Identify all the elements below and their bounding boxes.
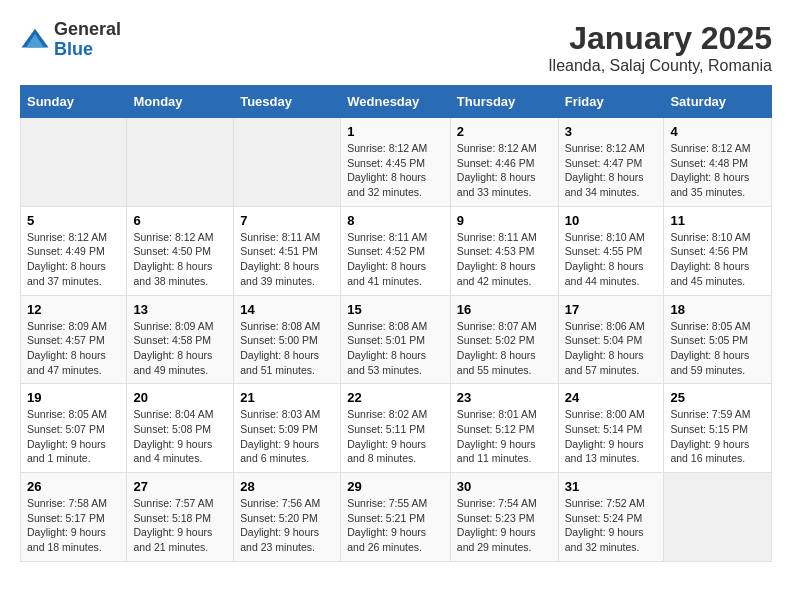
day-number: 30 bbox=[457, 479, 552, 494]
calendar-cell: 28Sunrise: 7:56 AM Sunset: 5:20 PM Dayli… bbox=[234, 473, 341, 562]
day-info: Sunrise: 8:07 AM Sunset: 5:02 PM Dayligh… bbox=[457, 319, 552, 378]
day-info: Sunrise: 8:09 AM Sunset: 4:58 PM Dayligh… bbox=[133, 319, 227, 378]
day-info: Sunrise: 8:02 AM Sunset: 5:11 PM Dayligh… bbox=[347, 407, 444, 466]
day-info: Sunrise: 7:57 AM Sunset: 5:18 PM Dayligh… bbox=[133, 496, 227, 555]
day-info: Sunrise: 8:05 AM Sunset: 5:07 PM Dayligh… bbox=[27, 407, 120, 466]
day-number: 7 bbox=[240, 213, 334, 228]
day-number: 26 bbox=[27, 479, 120, 494]
weekday-header-friday: Friday bbox=[558, 86, 664, 118]
day-number: 2 bbox=[457, 124, 552, 139]
weekday-header-monday: Monday bbox=[127, 86, 234, 118]
day-info: Sunrise: 8:04 AM Sunset: 5:08 PM Dayligh… bbox=[133, 407, 227, 466]
day-info: Sunrise: 8:10 AM Sunset: 4:56 PM Dayligh… bbox=[670, 230, 765, 289]
day-number: 4 bbox=[670, 124, 765, 139]
day-info: Sunrise: 8:06 AM Sunset: 5:04 PM Dayligh… bbox=[565, 319, 658, 378]
logo-icon bbox=[20, 25, 50, 55]
day-number: 28 bbox=[240, 479, 334, 494]
day-number: 21 bbox=[240, 390, 334, 405]
calendar-cell: 5Sunrise: 8:12 AM Sunset: 4:49 PM Daylig… bbox=[21, 206, 127, 295]
day-info: Sunrise: 8:08 AM Sunset: 5:00 PM Dayligh… bbox=[240, 319, 334, 378]
calendar-cell: 6Sunrise: 8:12 AM Sunset: 4:50 PM Daylig… bbox=[127, 206, 234, 295]
day-number: 5 bbox=[27, 213, 120, 228]
calendar-cell: 11Sunrise: 8:10 AM Sunset: 4:56 PM Dayli… bbox=[664, 206, 772, 295]
calendar-cell: 16Sunrise: 8:07 AM Sunset: 5:02 PM Dayli… bbox=[450, 295, 558, 384]
calendar-cell: 31Sunrise: 7:52 AM Sunset: 5:24 PM Dayli… bbox=[558, 473, 664, 562]
day-number: 17 bbox=[565, 302, 658, 317]
weekday-header-sunday: Sunday bbox=[21, 86, 127, 118]
day-number: 20 bbox=[133, 390, 227, 405]
day-info: Sunrise: 8:03 AM Sunset: 5:09 PM Dayligh… bbox=[240, 407, 334, 466]
day-info: Sunrise: 7:59 AM Sunset: 5:15 PM Dayligh… bbox=[670, 407, 765, 466]
calendar-cell: 7Sunrise: 8:11 AM Sunset: 4:51 PM Daylig… bbox=[234, 206, 341, 295]
day-info: Sunrise: 7:54 AM Sunset: 5:23 PM Dayligh… bbox=[457, 496, 552, 555]
weekday-header-saturday: Saturday bbox=[664, 86, 772, 118]
day-info: Sunrise: 7:52 AM Sunset: 5:24 PM Dayligh… bbox=[565, 496, 658, 555]
day-number: 27 bbox=[133, 479, 227, 494]
logo: General Blue bbox=[20, 20, 121, 60]
calendar-cell bbox=[127, 118, 234, 207]
day-info: Sunrise: 8:12 AM Sunset: 4:50 PM Dayligh… bbox=[133, 230, 227, 289]
calendar-cell: 19Sunrise: 8:05 AM Sunset: 5:07 PM Dayli… bbox=[21, 384, 127, 473]
day-info: Sunrise: 8:11 AM Sunset: 4:52 PM Dayligh… bbox=[347, 230, 444, 289]
day-info: Sunrise: 8:11 AM Sunset: 4:51 PM Dayligh… bbox=[240, 230, 334, 289]
logo-general-text: General bbox=[54, 20, 121, 40]
day-info: Sunrise: 8:10 AM Sunset: 4:55 PM Dayligh… bbox=[565, 230, 658, 289]
calendar-cell: 18Sunrise: 8:05 AM Sunset: 5:05 PM Dayli… bbox=[664, 295, 772, 384]
day-number: 23 bbox=[457, 390, 552, 405]
week-row-1: 1Sunrise: 8:12 AM Sunset: 4:45 PM Daylig… bbox=[21, 118, 772, 207]
day-number: 3 bbox=[565, 124, 658, 139]
week-row-4: 19Sunrise: 8:05 AM Sunset: 5:07 PM Dayli… bbox=[21, 384, 772, 473]
day-info: Sunrise: 8:12 AM Sunset: 4:48 PM Dayligh… bbox=[670, 141, 765, 200]
page-title: January 2025 bbox=[548, 20, 772, 57]
day-number: 25 bbox=[670, 390, 765, 405]
calendar-cell: 15Sunrise: 8:08 AM Sunset: 5:01 PM Dayli… bbox=[341, 295, 451, 384]
day-info: Sunrise: 8:08 AM Sunset: 5:01 PM Dayligh… bbox=[347, 319, 444, 378]
calendar-cell: 13Sunrise: 8:09 AM Sunset: 4:58 PM Dayli… bbox=[127, 295, 234, 384]
weekday-header-thursday: Thursday bbox=[450, 86, 558, 118]
logo-blue-text: Blue bbox=[54, 40, 121, 60]
calendar-cell: 30Sunrise: 7:54 AM Sunset: 5:23 PM Dayli… bbox=[450, 473, 558, 562]
day-info: Sunrise: 8:05 AM Sunset: 5:05 PM Dayligh… bbox=[670, 319, 765, 378]
calendar-cell: 2Sunrise: 8:12 AM Sunset: 4:46 PM Daylig… bbox=[450, 118, 558, 207]
day-number: 16 bbox=[457, 302, 552, 317]
weekday-header-tuesday: Tuesday bbox=[234, 86, 341, 118]
day-info: Sunrise: 8:12 AM Sunset: 4:45 PM Dayligh… bbox=[347, 141, 444, 200]
day-info: Sunrise: 7:56 AM Sunset: 5:20 PM Dayligh… bbox=[240, 496, 334, 555]
day-number: 14 bbox=[240, 302, 334, 317]
calendar-cell bbox=[664, 473, 772, 562]
calendar-cell: 22Sunrise: 8:02 AM Sunset: 5:11 PM Dayli… bbox=[341, 384, 451, 473]
day-number: 24 bbox=[565, 390, 658, 405]
day-number: 10 bbox=[565, 213, 658, 228]
calendar-cell: 4Sunrise: 8:12 AM Sunset: 4:48 PM Daylig… bbox=[664, 118, 772, 207]
day-number: 9 bbox=[457, 213, 552, 228]
calendar-cell: 1Sunrise: 8:12 AM Sunset: 4:45 PM Daylig… bbox=[341, 118, 451, 207]
week-row-3: 12Sunrise: 8:09 AM Sunset: 4:57 PM Dayli… bbox=[21, 295, 772, 384]
calendar-cell bbox=[21, 118, 127, 207]
day-number: 1 bbox=[347, 124, 444, 139]
day-number: 19 bbox=[27, 390, 120, 405]
day-info: Sunrise: 8:09 AM Sunset: 4:57 PM Dayligh… bbox=[27, 319, 120, 378]
day-info: Sunrise: 8:12 AM Sunset: 4:46 PM Dayligh… bbox=[457, 141, 552, 200]
logo-text: General Blue bbox=[54, 20, 121, 60]
day-number: 18 bbox=[670, 302, 765, 317]
weekday-header-wednesday: Wednesday bbox=[341, 86, 451, 118]
calendar-cell: 29Sunrise: 7:55 AM Sunset: 5:21 PM Dayli… bbox=[341, 473, 451, 562]
calendar-cell: 20Sunrise: 8:04 AM Sunset: 5:08 PM Dayli… bbox=[127, 384, 234, 473]
day-number: 29 bbox=[347, 479, 444, 494]
day-number: 22 bbox=[347, 390, 444, 405]
calendar-cell: 23Sunrise: 8:01 AM Sunset: 5:12 PM Dayli… bbox=[450, 384, 558, 473]
calendar-cell: 26Sunrise: 7:58 AM Sunset: 5:17 PM Dayli… bbox=[21, 473, 127, 562]
calendar-cell: 3Sunrise: 8:12 AM Sunset: 4:47 PM Daylig… bbox=[558, 118, 664, 207]
calendar-cell bbox=[234, 118, 341, 207]
day-info: Sunrise: 8:11 AM Sunset: 4:53 PM Dayligh… bbox=[457, 230, 552, 289]
calendar-cell: 10Sunrise: 8:10 AM Sunset: 4:55 PM Dayli… bbox=[558, 206, 664, 295]
day-number: 13 bbox=[133, 302, 227, 317]
day-number: 12 bbox=[27, 302, 120, 317]
day-info: Sunrise: 7:55 AM Sunset: 5:21 PM Dayligh… bbox=[347, 496, 444, 555]
calendar-cell: 8Sunrise: 8:11 AM Sunset: 4:52 PM Daylig… bbox=[341, 206, 451, 295]
calendar-cell: 12Sunrise: 8:09 AM Sunset: 4:57 PM Dayli… bbox=[21, 295, 127, 384]
calendar-cell: 9Sunrise: 8:11 AM Sunset: 4:53 PM Daylig… bbox=[450, 206, 558, 295]
day-number: 11 bbox=[670, 213, 765, 228]
calendar-table: SundayMondayTuesdayWednesdayThursdayFrid… bbox=[20, 85, 772, 562]
day-info: Sunrise: 8:12 AM Sunset: 4:47 PM Dayligh… bbox=[565, 141, 658, 200]
